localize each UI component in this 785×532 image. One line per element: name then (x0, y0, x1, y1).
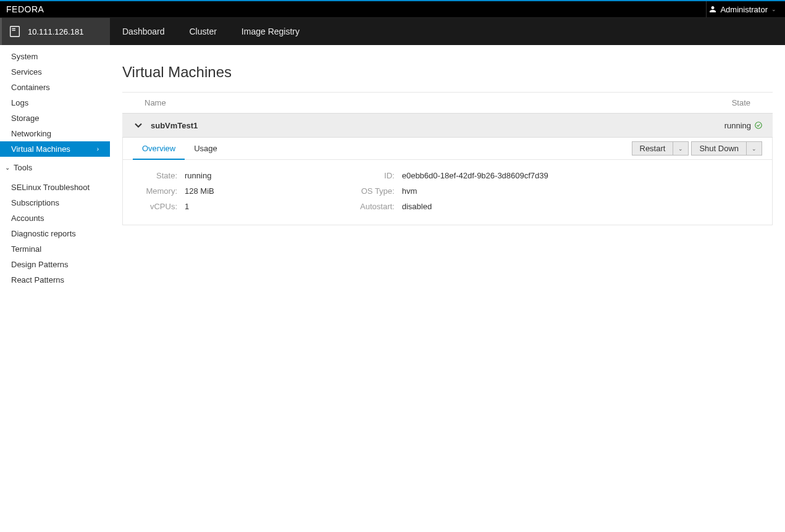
sidebar-item-system[interactable]: System (0, 49, 110, 64)
sidebar-item-subscriptions[interactable]: Subscriptions (0, 195, 110, 210)
value-vcpus: 1 (185, 202, 214, 211)
brand: FEDORA (6, 4, 44, 14)
sidebar-item-networking[interactable]: Networking (0, 126, 110, 141)
column-state: State (701, 98, 750, 107)
shutdown-dropdown[interactable]: ⌄ (747, 141, 762, 156)
sidebar-item-selinux[interactable]: SELinux Troubleshoot (0, 180, 110, 195)
svg-rect-0 (10, 27, 20, 37)
shutdown-button-group: Shut Down ⌄ (691, 141, 762, 156)
vm-subtabs: Overview Usage Restart ⌄ Shut Down ⌄ (123, 138, 772, 160)
vm-table: Name State subVmTest1 running (122, 92, 773, 225)
vm-details: State: running Memory: 128 MiB vCPUs: 1 … (123, 160, 772, 225)
chevron-down-icon: ⌄ (771, 6, 776, 12)
sidebar-item-virtual-machines[interactable]: Virtual Machines › (0, 141, 110, 157)
vm-name: subVmTest1 (151, 121, 724, 130)
tab-dashboard[interactable]: Dashboard (110, 18, 177, 45)
shutdown-button[interactable]: Shut Down (691, 141, 747, 156)
host-ip: 10.111.126.181 (28, 27, 83, 36)
sidebar-group-tools[interactable]: ⌄ Tools (0, 159, 110, 176)
user-icon (709, 6, 716, 13)
label-state: State: (135, 171, 177, 180)
tab-image-registry[interactable]: Image Registry (229, 18, 312, 45)
topbar: FEDORA Administrator ⌄ (0, 1, 785, 18)
label-memory: Memory: (135, 186, 177, 196)
sidebar-item-react-patterns[interactable]: React Patterns (0, 272, 110, 288)
value-memory: 128 MiB (185, 186, 214, 196)
sidebar-item-terminal[interactable]: Terminal (0, 241, 110, 257)
chevron-down-icon (132, 119, 145, 131)
value-os-type: hvm (402, 186, 548, 196)
server-icon (8, 25, 22, 38)
vm-row[interactable]: subVmTest1 running (122, 113, 773, 138)
host-row[interactable]: 10.111.126.181 (0, 18, 110, 45)
page-title: Virtual Machines (122, 64, 773, 81)
column-name: Name (145, 98, 701, 107)
value-state: running (185, 171, 214, 180)
user-name: Administrator (720, 5, 768, 14)
vm-state: running (724, 121, 763, 130)
top-tabs: Dashboard Cluster Image Registry (110, 18, 785, 45)
sidebar-item-design-patterns[interactable]: Design Patterns (0, 257, 110, 272)
main: Dashboard Cluster Image Registry Virtual… (110, 18, 785, 532)
table-header: Name State (122, 93, 773, 113)
vm-body: Overview Usage Restart ⌄ Shut Down ⌄ (122, 138, 773, 225)
chevron-down-icon: ⌄ (678, 146, 683, 152)
sidebar: 10.111.126.181 System Services Container… (0, 18, 110, 532)
sidebar-item-containers[interactable]: Containers (0, 80, 110, 95)
label-id: ID: (350, 171, 395, 180)
sidebar-item-accounts[interactable]: Accounts (0, 210, 110, 226)
svg-point-3 (755, 122, 762, 129)
subtab-usage[interactable]: Usage (185, 138, 227, 160)
nav-main: System Services Containers Logs Storage … (0, 45, 110, 157)
chevron-right-icon: › (97, 146, 99, 152)
restart-button-group: Restart ⌄ (632, 141, 689, 156)
label-os-type: OS Type: (350, 186, 395, 196)
tab-cluster[interactable]: Cluster (177, 18, 229, 45)
nav-tools: SELinux Troubleshoot Subscriptions Accou… (0, 176, 110, 288)
sidebar-item-diagnostic[interactable]: Diagnostic reports (0, 226, 110, 241)
value-id: e0ebb6d0-18ef-42df-9b26-3d8609cf7d39 (402, 171, 548, 180)
status-ok-icon (754, 121, 763, 130)
sidebar-item-services[interactable]: Services (0, 64, 110, 80)
value-autostart: disabled (402, 202, 548, 211)
chevron-down-icon: ⌄ (5, 164, 10, 171)
chevron-down-icon: ⌄ (752, 146, 757, 152)
label-autostart: Autostart: (350, 202, 395, 211)
subtab-overview[interactable]: Overview (133, 138, 185, 160)
sidebar-item-storage[interactable]: Storage (0, 110, 110, 126)
restart-button[interactable]: Restart (632, 141, 674, 156)
restart-dropdown[interactable]: ⌄ (673, 141, 689, 156)
label-vcpus: vCPUs: (135, 202, 177, 211)
sidebar-item-logs[interactable]: Logs (0, 95, 110, 110)
user-menu[interactable]: Administrator ⌄ (706, 1, 779, 17)
